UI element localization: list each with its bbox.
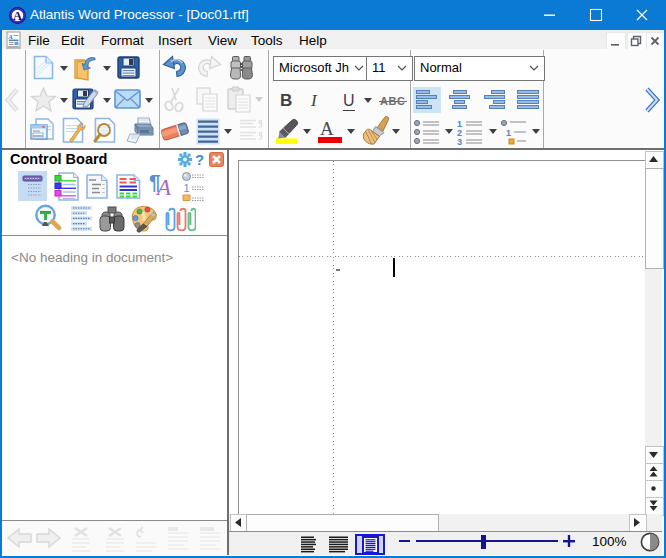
svg-text:A: A [13,9,22,23]
svg-text:A: A [8,33,14,40]
svg-text:3: 3 [457,137,462,145]
svg-text:1: 1 [184,182,190,194]
svg-text:1: 1 [506,128,511,138]
